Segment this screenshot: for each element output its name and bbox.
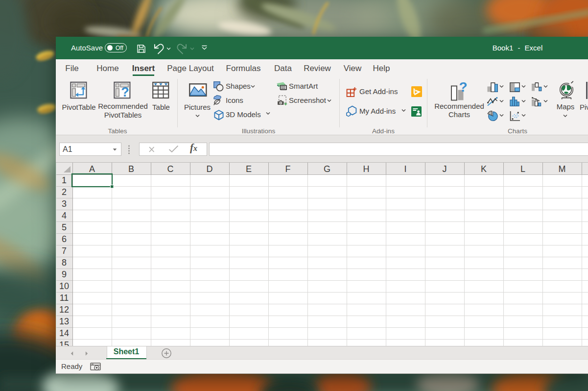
svg-text:K: K xyxy=(481,164,487,174)
svg-text:11: 11 xyxy=(60,293,69,303)
svg-text:4: 4 xyxy=(62,211,67,220)
svg-text:10: 10 xyxy=(59,281,69,291)
svg-text:I: I xyxy=(404,164,406,174)
svg-text:9: 9 xyxy=(62,269,67,279)
svg-text:12: 12 xyxy=(59,305,69,315)
svg-text:C: C xyxy=(167,164,174,174)
svg-text:1: 1 xyxy=(62,175,67,185)
svg-text:H: H xyxy=(363,164,370,174)
svg-text:8: 8 xyxy=(62,258,67,268)
svg-text:F: F xyxy=(285,164,291,174)
svg-text:M: M xyxy=(559,164,566,174)
svg-text:13: 13 xyxy=(59,317,69,326)
svg-text:7: 7 xyxy=(62,246,67,256)
svg-text:14: 14 xyxy=(59,328,69,338)
svg-text:6: 6 xyxy=(62,234,67,244)
svg-text:E: E xyxy=(246,164,252,174)
svg-text:D: D xyxy=(207,164,213,174)
svg-text:G: G xyxy=(324,164,330,174)
svg-text:5: 5 xyxy=(62,222,67,232)
svg-text:15: 15 xyxy=(59,340,69,346)
svg-text:J: J xyxy=(443,164,447,174)
svg-text:B: B xyxy=(128,164,134,174)
svg-text:A: A xyxy=(89,164,95,174)
svg-text:2: 2 xyxy=(62,187,67,197)
svg-text:L: L xyxy=(520,164,525,174)
svg-text:?: ? xyxy=(459,81,467,95)
svg-text:?: ? xyxy=(121,85,129,99)
svg-text:3: 3 xyxy=(62,199,67,209)
